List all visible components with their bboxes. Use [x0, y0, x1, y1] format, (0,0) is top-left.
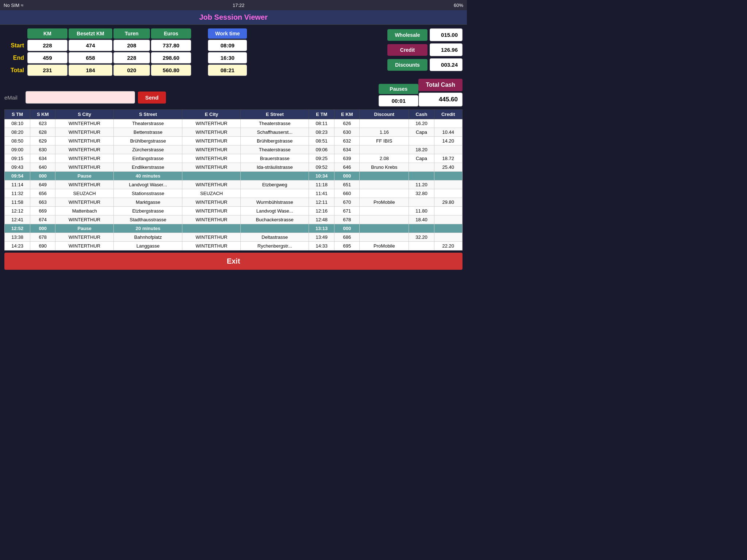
table-row: 09:00630WINTERTHURZürcherstrasseWINTERTH… [5, 145, 462, 154]
table-cell [409, 242, 434, 250]
table-cell: 11:32 [5, 189, 30, 198]
email-row: eMail Send [4, 91, 371, 104]
table-cell: WINTERTHUR [182, 128, 241, 137]
pauses-header: Pauses [379, 84, 418, 94]
table-cell: Brauerstrasse [241, 154, 309, 163]
table-cell: Capa [409, 128, 434, 137]
table-cell: 10.44 [434, 128, 462, 137]
table-cell: Bahnhofplatz [114, 233, 182, 242]
status-center: 17:22 [233, 3, 245, 8]
right-panel: Wholesale 015.00 Credit 126.96 Discounts… [387, 28, 462, 71]
table-cell: WINTERTHUR [55, 145, 114, 154]
turen-header: Turen [113, 28, 150, 39]
table-cell: 000 [30, 224, 55, 233]
table-cell: 18.72 [434, 154, 462, 163]
table-cell: WINTERTHUR [55, 233, 114, 242]
start-km: 228 [27, 40, 67, 51]
table-cell: WINTERTHUR [182, 180, 241, 189]
table-cell: 10:34 [309, 172, 334, 180]
table-cell [182, 172, 241, 180]
table-cell: 632 [334, 137, 360, 145]
table-row: 08:10623WINTERTHURTheaterstrasseWINTERTH… [5, 119, 462, 128]
total-turen: 020 [113, 65, 150, 76]
table-cell [434, 119, 462, 128]
table-cell: 12:16 [309, 207, 334, 215]
table-cell [434, 233, 462, 242]
table-cell [360, 233, 409, 242]
send-button[interactable]: Send [138, 92, 166, 104]
table-cell: 40 minutes [114, 172, 182, 180]
table-cell [360, 119, 409, 128]
table-cell: WINTERTHUR [55, 163, 114, 172]
table-cell: 08:11 [309, 119, 334, 128]
start-besetzt: 474 [69, 40, 112, 51]
table-cell: 18.40 [409, 215, 434, 224]
end-km: 459 [27, 52, 67, 63]
total-label: Total [4, 65, 26, 76]
table-cell: ProMobile [360, 242, 409, 250]
table-cell: 12:48 [309, 215, 334, 224]
km-header: KM [27, 28, 67, 39]
table-cell: Stadthausstrasse [114, 215, 182, 224]
table-cell [409, 163, 434, 172]
credit-value: 126.96 [430, 43, 462, 56]
table-row: 11:58663WINTERTHURMarktgasseWINTERTHURWu… [5, 198, 462, 207]
table-cell: WINTERTHUR [55, 119, 114, 128]
table-cell: Mattenbach [55, 207, 114, 215]
table-cell: Brühlbergstrasse [241, 137, 309, 145]
table-cell: 649 [30, 180, 55, 189]
euros-header: Euros [151, 28, 191, 39]
table-cell [241, 224, 309, 233]
table-header-cash: Cash [409, 110, 434, 119]
credit-label: Credit [387, 44, 427, 56]
total-km: 231 [27, 65, 67, 76]
total-time: 08:21 [208, 65, 247, 76]
table-header-estreet: E Street [241, 110, 309, 119]
table-cell: 14:33 [309, 242, 334, 250]
table-cell: 12:41 [5, 215, 30, 224]
table-cell: SEUZACH [182, 189, 241, 198]
end-time: 16:30 [208, 52, 247, 63]
table-cell: 14:23 [5, 242, 30, 250]
table-cell: Pause [55, 224, 114, 233]
table-header-credit: Credit [434, 110, 462, 119]
table-cell [360, 172, 409, 180]
table-cell: 08:50 [5, 137, 30, 145]
end-turen: 228 [113, 52, 150, 63]
table-cell: 639 [334, 154, 360, 163]
table-row: 12:12669MattenbachEtzbergstrasseWINTERTH… [5, 207, 462, 215]
table-cell: WINTERTHUR [182, 233, 241, 242]
table-cell: 663 [30, 198, 55, 207]
start-time: 08:09 [208, 40, 247, 51]
table-cell: 12:11 [309, 198, 334, 207]
table-cell: Langgasse [114, 242, 182, 250]
table-cell: 623 [30, 119, 55, 128]
email-input[interactable] [26, 91, 135, 104]
table-cell: 13:38 [5, 233, 30, 242]
table-cell [241, 172, 309, 180]
table-cell [360, 189, 409, 198]
table-row: 11:32656SEUZACHStationsstrasseSEUZACH11:… [5, 189, 462, 198]
total-besetzt: 184 [69, 65, 112, 76]
table-header-skm: S KM [30, 110, 55, 119]
table-cell: WINTERTHUR [182, 242, 241, 250]
table-cell: ProMobile [360, 198, 409, 207]
exit-button[interactable]: Exit [4, 253, 462, 270]
wholesale-value: 015.00 [430, 28, 462, 41]
table-cell: 08:51 [309, 137, 334, 145]
battery-status: 60% [454, 3, 463, 8]
table-cell [409, 224, 434, 233]
table-cell: 09:06 [309, 145, 334, 154]
table-header-ekm: E KM [334, 110, 360, 119]
table-cell: Landvogt Waser... [114, 180, 182, 189]
table-cell: Landvogt Wase... [241, 207, 309, 215]
table-cell: 14.20 [434, 137, 462, 145]
table-header-ecity: E City [182, 110, 241, 119]
table-cell: WINTERTHUR [182, 207, 241, 215]
table-header-sstreet: S Street [114, 110, 182, 119]
table-cell: Pause [55, 172, 114, 180]
table-cell [360, 207, 409, 215]
table-cell: Einfangstrasse [114, 154, 182, 163]
table-row: 08:50629WINTERTHURBrühlbergstrasseWINTER… [5, 137, 462, 145]
table-cell: WINTERTHUR [55, 198, 114, 207]
